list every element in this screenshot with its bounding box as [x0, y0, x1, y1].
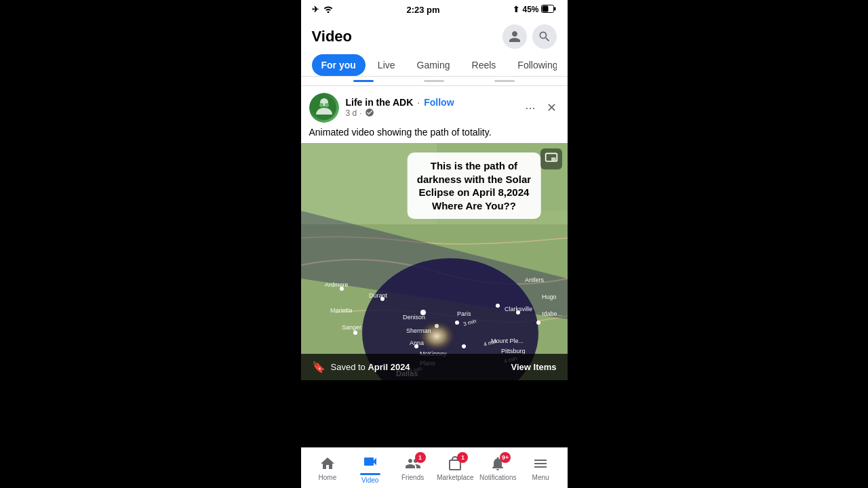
video-container[interactable]: Ardmore Durant Antlers Hugo Idabe... Mar…: [301, 143, 568, 380]
tab-gaming[interactable]: Gaming: [408, 54, 460, 76]
nav-item-marketplace[interactable]: 1 Marketplace: [434, 452, 477, 484]
svg-text:Antlers: Antlers: [525, 277, 545, 283]
marketplace-icon: 1: [446, 455, 464, 472]
video-label: Video: [361, 476, 378, 484]
svg-rect-2: [554, 7, 556, 10]
menu-icon: [532, 455, 549, 472]
view-items-button[interactable]: View Items: [511, 362, 557, 372]
svg-rect-46: [551, 157, 556, 161]
battery-percent: 45%: [522, 5, 538, 14]
svg-text:Durant: Durant: [369, 292, 388, 299]
svg-text:Paris: Paris: [457, 310, 471, 317]
video-icon: [361, 453, 379, 470]
saved-bar: 🔖 Saved to April 2024 View Items: [301, 354, 568, 380]
page-title: Video: [312, 28, 353, 45]
bookmark-icon: 🔖: [312, 361, 326, 373]
nav-item-notifications[interactable]: 9+ Notifications: [477, 452, 519, 484]
profile-icon-button[interactable]: [502, 24, 527, 49]
bottom-nav: Home Video 1 Friends: [301, 447, 568, 488]
notifications-badge: 9+: [500, 452, 511, 463]
friends-badge: 1: [415, 452, 426, 463]
video-active-indicator: [360, 473, 380, 475]
nav-item-menu[interactable]: Menu: [519, 452, 562, 484]
svg-text:Idabe...: Idabe...: [542, 310, 562, 317]
tab-for-you[interactable]: For you: [312, 54, 366, 76]
follow-button[interactable]: Follow: [424, 97, 454, 108]
friends-label: Friends: [401, 474, 424, 481]
tab-reels[interactable]: Reels: [462, 54, 506, 76]
home-label: Home: [319, 474, 337, 481]
svg-point-23: [416, 319, 457, 353]
svg-point-19: [462, 344, 466, 348]
saved-label: Saved to April 2024: [331, 362, 410, 372]
marketplace-label: Marketplace: [437, 474, 473, 481]
home-icon: [319, 455, 336, 472]
svg-text:Denison: Denison: [403, 314, 425, 321]
status-right: ⬆ 45%: [513, 5, 556, 15]
svg-rect-1: [542, 5, 549, 12]
status-time: 2:23 pm: [406, 5, 439, 15]
nav-item-video[interactable]: Video: [349, 450, 391, 487]
scroll-indicators: [301, 77, 568, 86]
tabs-bar: For you Live Gaming Reels Following: [312, 54, 557, 76]
pip-button[interactable]: [540, 148, 562, 169]
menu-label: Menu: [532, 474, 549, 481]
post-time: 3 d: [346, 108, 357, 118]
post-author-name: Life in the ADK: [346, 97, 414, 108]
scroll-dot-1: [353, 80, 374, 82]
svg-point-22: [536, 321, 540, 325]
tab-live[interactable]: Live: [368, 54, 405, 76]
wifi-icon: [323, 5, 334, 15]
close-post-button[interactable]: ✕: [544, 98, 559, 118]
search-icon-button[interactable]: [532, 24, 557, 49]
post-caption: Animated video showing the path of total…: [301, 127, 568, 143]
header: Video For you Live Gaming Reels Followin: [301, 19, 568, 77]
svg-point-14: [353, 331, 357, 335]
svg-point-17: [455, 321, 459, 325]
tab-following[interactable]: Following: [508, 54, 556, 76]
marketplace-badge: 1: [457, 452, 468, 463]
svg-point-20: [496, 304, 500, 308]
notifications-icon: 9+: [489, 455, 507, 472]
more-options-button[interactable]: ···: [522, 98, 538, 118]
battery-icon: [541, 5, 556, 15]
airplane-icon: ✈: [312, 5, 319, 14]
svg-point-6: [325, 103, 329, 107]
phone-frame: ✈ 2:23 pm ⬆ 45% Video: [301, 0, 568, 488]
svg-text:Clarksville: Clarksville: [505, 306, 532, 312]
location-icon: ⬆: [513, 5, 519, 14]
post-meta: Life in the ADK · Follow 3 d ·: [346, 97, 454, 119]
svg-text:Sanger: Sanger: [342, 324, 361, 331]
status-bar: ✈ 2:23 pm ⬆ 45%: [301, 0, 568, 19]
notifications-label: Notifications: [479, 474, 516, 481]
scroll-dot-3: [494, 80, 515, 82]
audience-icon: [365, 108, 374, 119]
status-left: ✈: [312, 5, 334, 15]
nav-item-home[interactable]: Home: [307, 452, 349, 484]
svg-text:Hugo: Hugo: [542, 293, 557, 300]
svg-point-5: [319, 103, 323, 107]
svg-text:Sherman: Sherman: [406, 327, 431, 334]
video-tooltip: This is the path of darkness with the So…: [408, 152, 541, 219]
svg-text:Marietta: Marietta: [330, 307, 353, 314]
post-header: Life in the ADK · Follow 3 d ·: [301, 86, 568, 127]
scroll-dot-2: [424, 80, 444, 82]
svg-text:Ardmore: Ardmore: [325, 281, 349, 288]
post-card: Life in the ADK · Follow 3 d ·: [301, 86, 568, 380]
avatar: [309, 93, 339, 123]
svg-text:Anna: Anna: [410, 340, 424, 346]
nav-item-friends[interactable]: 1 Friends: [391, 452, 434, 484]
friends-icon: 1: [404, 455, 422, 472]
